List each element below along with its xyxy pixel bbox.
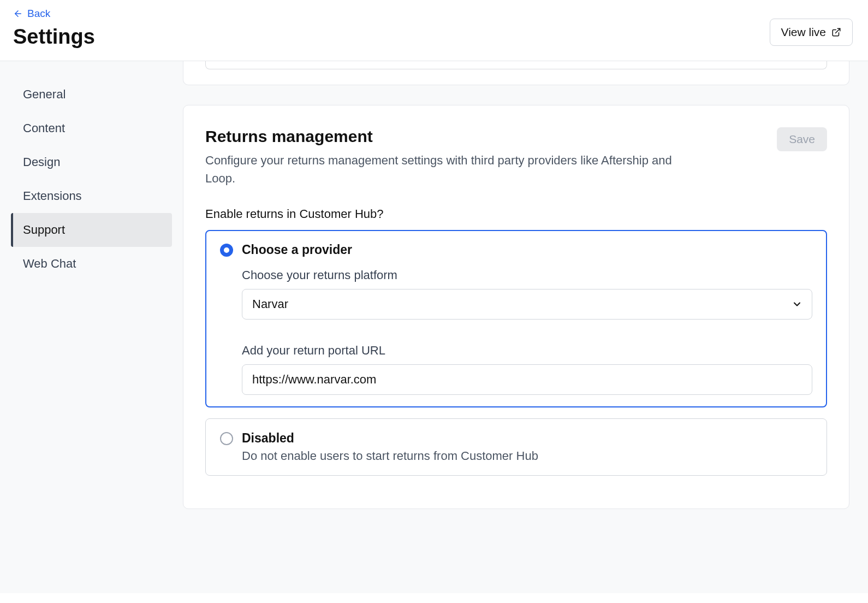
sidebar-item-web-chat[interactable]: Web Chat xyxy=(11,247,172,281)
view-live-button[interactable]: View live xyxy=(770,19,853,46)
sidebar-item-extensions[interactable]: Extensions xyxy=(11,179,172,213)
radio-subtitle-disabled: Do not enable users to start returns fro… xyxy=(242,449,812,463)
platform-select-wrap xyxy=(242,289,812,320)
body-area: General Content Design Extensions Suppor… xyxy=(0,61,868,593)
radio-card-provider[interactable]: Choose a provider Choose your returns pl… xyxy=(205,230,827,407)
save-button[interactable]: Save xyxy=(777,127,827,151)
provider-body: Choose your returns platform Add your re… xyxy=(242,268,812,395)
back-link[interactable]: Back xyxy=(13,8,95,20)
external-link-icon xyxy=(831,27,841,37)
page-header: Back Settings View live xyxy=(0,0,868,61)
radio-title-disabled: Disabled xyxy=(242,431,812,446)
sidebar-item-support[interactable]: Support xyxy=(11,213,172,247)
settings-sidebar: General Content Design Extensions Suppor… xyxy=(0,61,183,593)
radio-disabled[interactable] xyxy=(220,432,233,445)
return-portal-url-input[interactable] xyxy=(242,364,812,395)
arrow-left-icon xyxy=(13,9,23,19)
radio-row-disabled: Disabled Do not enable users to start re… xyxy=(220,431,812,463)
platform-label: Choose your returns platform xyxy=(242,268,812,282)
radio-provider[interactable] xyxy=(220,244,233,257)
enable-returns-label: Enable returns in Customer Hub? xyxy=(205,207,827,221)
svg-line-1 xyxy=(836,28,840,33)
card-title: Returns management xyxy=(205,127,675,146)
view-live-label: View live xyxy=(781,26,826,39)
card-description: Configure your returns management settin… xyxy=(205,151,675,187)
header-left: Back Settings xyxy=(13,8,95,49)
radio-content-provider: Choose a provider xyxy=(242,243,812,258)
radio-content-disabled: Disabled Do not enable users to start re… xyxy=(242,431,812,463)
radio-row-provider: Choose a provider xyxy=(220,243,812,258)
radio-title-provider: Choose a provider xyxy=(242,243,812,257)
sidebar-item-design[interactable]: Design xyxy=(11,145,172,179)
previous-card-peek xyxy=(183,61,849,85)
card-header: Returns management Configure your return… xyxy=(205,127,827,187)
platform-select[interactable] xyxy=(242,289,812,320)
card-heading-block: Returns management Configure your return… xyxy=(205,127,675,187)
radio-card-disabled[interactable]: Disabled Do not enable users to start re… xyxy=(205,418,827,476)
url-label: Add your return portal URL xyxy=(242,344,812,358)
returns-management-card: Returns management Configure your return… xyxy=(183,105,849,509)
page-title: Settings xyxy=(13,25,95,49)
back-label: Back xyxy=(27,8,50,20)
sidebar-item-content[interactable]: Content xyxy=(11,111,172,145)
main-content: Returns management Configure your return… xyxy=(183,61,868,593)
sidebar-item-general[interactable]: General xyxy=(11,78,172,111)
